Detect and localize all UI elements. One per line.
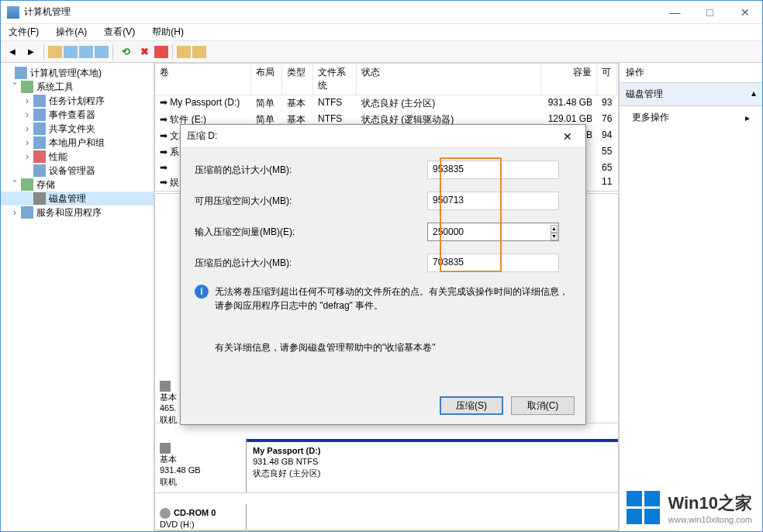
minimize-button[interactable]: — <box>658 1 692 23</box>
tree-shared-folders[interactable]: ›共享文件夹 <box>1 122 154 136</box>
cdrom-row[interactable]: CD-ROM 0 DVD (H:) <box>155 504 618 530</box>
actions-panel: 操作 磁盘管理▴ 更多操作▸ <box>620 63 762 531</box>
tool-icon[interactable] <box>192 46 206 58</box>
disk-icon <box>160 443 171 454</box>
maximize-button[interactable]: □ <box>692 1 727 23</box>
col-free[interactable]: 可 <box>597 64 617 95</box>
tree-system-tools[interactable]: ˅系统工具 <box>1 80 154 94</box>
cdrom-info: CD-ROM 0 DVD (H:) <box>155 504 247 530</box>
titlebar: 计算机管理 — □ ✕ <box>1 1 762 24</box>
chevron-right-icon: ▸ <box>745 112 750 123</box>
label-total-after: 压缩后的总计大小(MB): <box>195 257 427 270</box>
tree-disk-management[interactable]: 磁盘管理 <box>1 192 154 206</box>
toolbar: ◄ ► ⟲ ✖ <box>1 41 762 63</box>
tree-task-scheduler[interactable]: ›任务计划程序 <box>1 94 154 108</box>
actions-subhead[interactable]: 磁盘管理▴ <box>620 83 762 106</box>
menu-view[interactable]: 查看(V) <box>101 24 138 40</box>
tree-local-users[interactable]: ›本地用户和组 <box>1 136 154 150</box>
legend: 未分配 主分区 扩展分区 可用空间 逻辑驱动器 <box>155 530 618 531</box>
cdrom-icon <box>160 508 171 519</box>
col-capacity[interactable]: 容量 <box>541 64 597 95</box>
volume-row[interactable]: ➡ My Passport (D:)简单基本NTFS状态良好 (主分区)931.… <box>155 95 618 112</box>
shrink-amount-field[interactable] <box>431 225 551 239</box>
value-total-before: 953835 <box>427 161 559 179</box>
app-icon <box>7 6 19 19</box>
shrink-button[interactable]: 压缩(S) <box>440 396 503 415</box>
col-layout[interactable]: 布局 <box>251 64 282 95</box>
navigation-tree: 计算机管理(本地) ˅系统工具 ›任务计划程序 ›事件查看器 ›共享文件夹 ›本… <box>1 63 154 531</box>
back-icon[interactable]: ◄ <box>4 43 21 60</box>
shrink-dialog: 压缩 D: ✕ 压缩前的总计大小(MB): 953835 可用压缩空间大小(MB… <box>180 124 586 425</box>
tree-device-manager[interactable]: 设备管理器 <box>1 164 154 178</box>
refresh-icon[interactable]: ⟲ <box>117 43 134 60</box>
col-name[interactable]: 卷 <box>155 64 251 95</box>
disk-info: 基本 931.48 GB 联机 <box>155 439 247 492</box>
spin-up-icon[interactable]: ▲ <box>551 225 558 233</box>
tool-icon[interactable] <box>154 46 168 58</box>
disk-row[interactable]: 基本 931.48 GB 联机 My Passport (D:) 931.48 … <box>155 439 618 493</box>
value-available: 950713 <box>427 192 559 210</box>
label-shrink-amount: 输入压缩空间量(MB)(E): <box>195 226 427 239</box>
menu-help[interactable]: 帮助(H) <box>149 24 187 40</box>
tree-performance[interactable]: ›性能 <box>1 150 154 164</box>
delete-icon[interactable]: ✖ <box>136 43 153 60</box>
disk-icon <box>160 381 171 392</box>
tree-root[interactable]: 计算机管理(本地) <box>1 66 154 80</box>
close-button[interactable]: ✕ <box>727 1 762 23</box>
actions-title: 操作 <box>620 63 762 83</box>
tool-icon[interactable] <box>48 46 62 58</box>
tool-icon[interactable] <box>177 46 191 58</box>
tree-storage[interactable]: ˅存储 <box>1 178 154 192</box>
shrink-amount-input[interactable]: ▲ ▼ <box>427 223 559 241</box>
info-icon: i <box>195 285 209 299</box>
tool-icon[interactable] <box>95 46 109 58</box>
col-fs[interactable]: 文件系统 <box>313 64 357 95</box>
collapse-icon: ▴ <box>751 88 756 101</box>
dialog-close-button[interactable]: ✕ <box>556 130 579 143</box>
actions-more[interactable]: 更多操作▸ <box>620 106 762 129</box>
spin-down-icon[interactable]: ▼ <box>551 233 558 240</box>
label-total-before: 压缩前的总计大小(MB): <box>195 164 427 177</box>
tree-services-apps[interactable]: ›服务和应用程序 <box>1 206 154 219</box>
dialog-titlebar: 压缩 D: ✕ <box>181 125 585 148</box>
window-title: 计算机管理 <box>24 5 658 19</box>
menubar: 文件(F) 操作(A) 查看(V) 帮助(H) <box>1 24 762 41</box>
tree-event-viewer[interactable]: ›事件查看器 <box>1 108 154 122</box>
tool-icon[interactable] <box>64 46 78 58</box>
info-message: i 无法将卷压缩到超出任何不可移动的文件所在的点。有关完成该操作时间的详细信息，… <box>195 285 571 313</box>
col-status[interactable]: 状态 <box>357 64 541 95</box>
forward-icon[interactable]: ► <box>22 43 40 60</box>
value-total-after: 703835 <box>427 254 559 272</box>
label-available: 可用压缩空间大小(MB): <box>195 195 427 208</box>
tool-icon[interactable] <box>79 46 93 58</box>
col-type[interactable]: 类型 <box>282 64 313 95</box>
volume-block[interactable]: My Passport (D:) 931.48 GB NTFS 状态良好 (主分… <box>247 439 618 492</box>
info-message: 有关详细信息，请参阅磁盘管理帮助中的"收缩基本卷" <box>195 340 571 354</box>
cancel-button[interactable]: 取消(C) <box>511 396 575 415</box>
menu-action[interactable]: 操作(A) <box>53 24 90 40</box>
menu-file[interactable]: 文件(F) <box>5 24 42 40</box>
dialog-title: 压缩 D: <box>187 130 556 143</box>
